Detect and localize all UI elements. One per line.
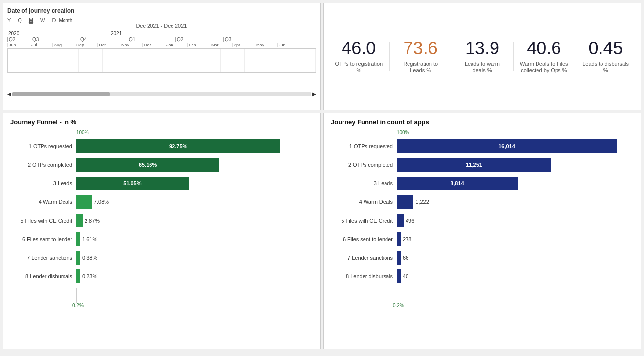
- bar-cell-2: [31, 49, 55, 72]
- month-may: May: [255, 43, 277, 47]
- funnel-count-bar-value-outside-3: 1,222: [415, 199, 429, 205]
- granularity-Y[interactable]: Y: [7, 17, 11, 24]
- funnel-count-bar-5: [397, 232, 401, 246]
- bar-cell-1: [8, 49, 31, 72]
- funnel-count-row-3: 4 Warm Deals1,222: [331, 195, 634, 209]
- funnel-count-row-0: 1 OTPs requested16,014: [331, 139, 634, 153]
- funnel-count-bar-2: 8,814: [397, 177, 518, 190]
- funnel-count-bar-4: [397, 214, 404, 227]
- funnel-count-row-6: 7 Lender sanctions66: [331, 251, 634, 265]
- funnel-count-100-line: [397, 135, 634, 135]
- bar-cell-5: [103, 49, 126, 72]
- funnel-min-label-pct: 0.2%: [72, 303, 313, 308]
- timeline-bars: [7, 48, 316, 73]
- funnel-pct-bar-value-outside-5: 1.61%: [82, 236, 97, 242]
- funnel-pct-row-0: 1 OTPs requested92.75%: [10, 139, 313, 153]
- kpi-leads-warm-value: 13.9: [458, 39, 507, 58]
- kpi-registration-leads-label: Registration to Leads %: [396, 60, 445, 74]
- month-jun-2021: Jun: [277, 43, 300, 47]
- bar-cell-9: [197, 49, 221, 72]
- month-jun: Jun: [7, 43, 30, 47]
- funnel-count-label-5: 6 Files sent to lender: [331, 236, 397, 242]
- kpi-leads-disbursals-label: Leads to disbursals %: [581, 60, 630, 74]
- scroll-right-arrow[interactable]: ▶: [312, 91, 316, 97]
- funnel-count-row-5: 6 Files sent to lender278: [331, 232, 634, 246]
- kpi-otp-registration-value: 46.0: [334, 39, 383, 58]
- granularity-Q[interactable]: Q: [18, 17, 22, 24]
- funnel-count-bar-7: [397, 269, 401, 283]
- bar-cell-4: [79, 49, 102, 72]
- funnel-pct-bar-container-7: 0.23%: [76, 269, 313, 283]
- timeline-scrollbar[interactable]: ◀ ▶: [7, 91, 316, 97]
- funnel-count-bar-container-5: 278: [397, 232, 634, 246]
- quarter-q4-2020: Q4: [79, 37, 128, 42]
- funnel-count-title: Journey Funnel in count of apps: [331, 118, 634, 126]
- quarters-row: Q2 Q3 Q4 Q1 Q2 Q3: [7, 37, 316, 42]
- funnel-count-row-4: 5 Files with CE Credit496: [331, 214, 634, 227]
- funnel-count-panel: Journey Funnel in count of apps 100% 1 O…: [323, 113, 641, 349]
- kpi-divider-4: [575, 42, 575, 71]
- funnel-pct-row-3: 4 Warm Deals7.08%: [10, 195, 313, 209]
- funnel-pct-bar-container-0: 92.75%: [76, 139, 313, 153]
- time-granularity-controls: Y Q M W D: [7, 17, 56, 24]
- kpi-divider-3: [513, 42, 514, 71]
- funnel-count-bar-container-6: 66: [397, 251, 634, 265]
- scroll-left-arrow[interactable]: ◀: [7, 91, 11, 97]
- years-row: 2020 2021: [7, 31, 316, 36]
- kpi-leads-disbursals: 0.45 Leads to disbursals %: [577, 39, 635, 74]
- kpi-divider-1: [389, 42, 390, 71]
- funnel-count-bar-container-7: 40: [397, 269, 634, 283]
- funnel-pct-bar-container-1: 65.16%: [76, 158, 313, 172]
- granularity-M[interactable]: M: [29, 17, 33, 24]
- date-filter-panel: Date of journey creation Y Q M W D Month…: [3, 3, 321, 110]
- funnel-count-bar-value-outside-6: 66: [403, 255, 408, 261]
- kpi-registration-leads: 73.6 Registration to Leads %: [391, 39, 450, 74]
- funnel-pct-bar-container-2: 51.05%: [76, 177, 313, 190]
- active-granularity-label: Month: [59, 18, 187, 23]
- funnel-pct-label-7: 8 Lender disbursals: [10, 273, 76, 279]
- funnel-percent-rows: 1 OTPs requested92.75%2 OTPs completed65…: [10, 139, 313, 283]
- funnel-pct-bar-2: 51.05%: [76, 177, 189, 190]
- funnel-count-row-7: 8 Lender disbursals40: [331, 269, 634, 283]
- funnel-pct-bar-0: 92.75%: [76, 139, 280, 153]
- date-filter-title: Date of journey creation: [7, 7, 316, 14]
- month-oct: Oct: [97, 43, 120, 47]
- funnel-count-row-2: 3 Leads8,814: [331, 177, 634, 190]
- funnel-pct-row-7: 8 Lender disbursals0.23%: [10, 269, 313, 283]
- funnel-pct-row-2: 3 Leads51.05%: [10, 177, 313, 190]
- year-2021: 2021: [110, 31, 122, 36]
- funnel-pct-bar-7: [76, 269, 80, 283]
- kpi-leads-warm-label: Leads to warm deals %: [458, 60, 507, 74]
- quarter-q3-2020: Q3: [31, 37, 79, 42]
- kpi-warm-files-value: 40.6: [519, 39, 568, 58]
- funnel-pct-bar-container-3: 7.08%: [76, 195, 313, 209]
- funnel-pct-bar-container-4: 2.87%: [76, 214, 313, 227]
- funnel-pct-bar-value-outside-7: 0.23%: [82, 273, 97, 279]
- funnel-count-bar-container-3: 1,222: [397, 195, 634, 209]
- funnel-count-rows: 1 OTPs requested16,0142 OTPs completed11…: [331, 139, 634, 283]
- funnel-bottom-line-pct: [76, 288, 77, 303]
- funnel-percent-title: Journey Funnel - in %: [10, 118, 313, 126]
- granularity-D[interactable]: D: [52, 17, 56, 24]
- kpi-divider-2: [451, 42, 451, 71]
- funnel-pct-label-0: 1 OTPs requested: [10, 143, 76, 149]
- funnel-count-label-3: 4 Warm Deals: [331, 199, 397, 205]
- funnel-100-header: 100%: [76, 130, 313, 135]
- funnel-pct-label-1: 2 OTPs completed: [10, 162, 76, 168]
- bar-cell-6: [126, 49, 150, 72]
- funnel-count-chart: 100% 1 OTPs requested16,0142 OTPs comple…: [331, 130, 634, 308]
- granularity-W[interactable]: W: [40, 17, 45, 24]
- funnel-pct-row-4: 5 Files with CE Credit2.87%: [10, 214, 313, 227]
- funnel-pct-bar-value-0: 92.75%: [169, 143, 187, 149]
- kpi-leads-disbursals-value: 0.45: [581, 39, 630, 58]
- funnel-count-bar-container-2: 8,814: [397, 177, 634, 190]
- funnel-count-bar-container-4: 496: [397, 214, 634, 227]
- funnel-count-bar-container-0: 16,014: [397, 139, 634, 153]
- funnel-100-line: [76, 135, 313, 135]
- kpi-otp-registration-label: OTPs to registration %: [334, 60, 383, 74]
- scroll-thumb[interactable]: [12, 92, 110, 96]
- funnel-count-bar-1: 11,251: [397, 158, 551, 172]
- funnel-pct-bar-value-outside-6: 0.38%: [82, 255, 97, 261]
- funnel-percent-panel: Journey Funnel - in % 100% 1 OTPs reques…: [3, 113, 321, 349]
- funnel-count-label-6: 7 Lender sanctions: [331, 255, 397, 261]
